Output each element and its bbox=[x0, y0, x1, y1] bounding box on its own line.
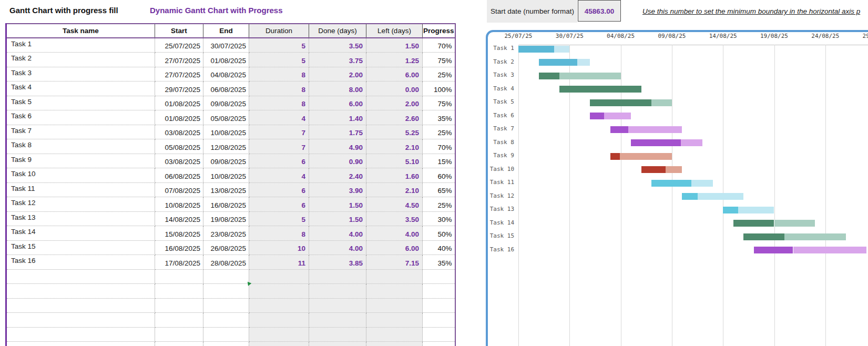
cell-progress[interactable]: 65% bbox=[423, 182, 455, 197]
cell-progress[interactable]: 60% bbox=[423, 168, 455, 183]
cell-left[interactable] bbox=[366, 284, 423, 299]
cell-done[interactable]: 1.40 bbox=[309, 110, 366, 125]
cell-left[interactable]: 1.60 bbox=[366, 168, 423, 183]
cell-task-name[interactable]: Task 6 bbox=[6, 110, 155, 125]
cell-start[interactable]: 03/08/2025 bbox=[155, 154, 203, 168]
cell-done[interactable]: 4.00 bbox=[309, 226, 366, 241]
cell-task-name[interactable]: Task 11 bbox=[6, 182, 155, 197]
cell-left[interactable]: 2.10 bbox=[366, 182, 423, 197]
cell-start[interactable]: 06/08/2025 bbox=[155, 168, 203, 183]
cell-start[interactable] bbox=[155, 342, 203, 346]
cell-left[interactable]: 1.25 bbox=[366, 53, 423, 67]
cell-start[interactable]: 17/08/2025 bbox=[155, 255, 203, 270]
cell-end[interactable]: 06/08/2025 bbox=[203, 82, 249, 96]
header-start[interactable]: Start bbox=[155, 24, 203, 38]
cell-progress[interactable]: 15% bbox=[423, 154, 455, 168]
cell-progress[interactable] bbox=[423, 298, 455, 313]
cell-start[interactable]: 15/08/2025 bbox=[155, 226, 203, 241]
cell-left[interactable]: 5.25 bbox=[366, 125, 423, 139]
cell-end[interactable] bbox=[203, 342, 249, 346]
cell-left[interactable]: 5.10 bbox=[366, 154, 423, 168]
cell-done[interactable]: 2.00 bbox=[309, 67, 366, 82]
cell-done[interactable]: 1.50 bbox=[309, 197, 366, 212]
cell-left[interactable]: 1.50 bbox=[366, 38, 423, 53]
cell-left[interactable]: 7.15 bbox=[366, 255, 423, 270]
cell-start[interactable]: 01/08/2025 bbox=[155, 96, 203, 110]
cell-duration[interactable]: 4 bbox=[249, 168, 309, 183]
cell-start[interactable]: 01/08/2025 bbox=[155, 110, 203, 125]
cell-progress[interactable]: 100% bbox=[423, 82, 455, 96]
cell-left[interactable] bbox=[366, 298, 423, 313]
cell-progress[interactable]: 35% bbox=[423, 255, 455, 270]
cell-duration[interactable] bbox=[249, 284, 309, 299]
cell-progress[interactable]: 25% bbox=[423, 125, 455, 139]
start-date-value-cell[interactable]: 45863.00 bbox=[578, 0, 621, 22]
header-duration[interactable]: Duration bbox=[249, 24, 309, 38]
cell-task-name[interactable]: Task 1 bbox=[6, 38, 155, 53]
cell-duration[interactable]: 6 bbox=[249, 197, 309, 212]
cell-done[interactable] bbox=[309, 269, 366, 284]
cell-task-name[interactable] bbox=[6, 342, 155, 346]
cell-end[interactable]: 12/08/2025 bbox=[203, 139, 249, 154]
header-task-name[interactable]: Task name bbox=[6, 24, 155, 38]
cell-duration[interactable] bbox=[249, 269, 309, 284]
cell-left[interactable]: 3.50 bbox=[366, 211, 423, 226]
cell-left[interactable] bbox=[366, 342, 423, 346]
cell-duration[interactable]: 4 bbox=[249, 110, 309, 125]
cell-start[interactable]: 27/07/2025 bbox=[155, 67, 203, 82]
cell-done[interactable] bbox=[309, 327, 366, 342]
cell-left[interactable] bbox=[366, 269, 423, 284]
cell-progress[interactable]: 70% bbox=[423, 38, 455, 53]
cell-task-name[interactable]: Task 5 bbox=[6, 96, 155, 110]
cell-task-name[interactable]: Task 7 bbox=[6, 125, 155, 139]
cell-progress[interactable]: 30% bbox=[423, 211, 455, 226]
cell-done[interactable] bbox=[309, 298, 366, 313]
cell-done[interactable]: 1.50 bbox=[309, 211, 366, 226]
cell-end[interactable]: 04/08/2025 bbox=[203, 67, 249, 82]
cell-done[interactable] bbox=[309, 284, 366, 299]
cell-task-name[interactable]: Task 4 bbox=[6, 82, 155, 96]
cell-duration[interactable]: 7 bbox=[249, 139, 309, 154]
cell-progress[interactable]: 25% bbox=[423, 67, 455, 82]
cell-left[interactable]: 0.00 bbox=[366, 82, 423, 96]
cell-start[interactable] bbox=[155, 269, 203, 284]
cell-end[interactable]: 28/08/2025 bbox=[203, 255, 249, 270]
cell-left[interactable]: 6.00 bbox=[366, 240, 423, 255]
cell-left[interactable] bbox=[366, 327, 423, 342]
cell-duration[interactable] bbox=[249, 313, 309, 328]
cell-progress[interactable]: 70% bbox=[423, 139, 455, 154]
header-left-days[interactable]: Left (days) bbox=[366, 24, 423, 38]
cell-done[interactable]: 1.75 bbox=[309, 125, 366, 139]
cell-task-name[interactable]: Task 16 bbox=[6, 255, 155, 270]
cell-done[interactable]: 3.90 bbox=[309, 182, 366, 197]
cell-progress[interactable]: 25% bbox=[423, 197, 455, 212]
cell-done[interactable]: 0.90 bbox=[309, 154, 366, 168]
cell-task-name[interactable] bbox=[6, 327, 155, 342]
cell-end[interactable]: 13/08/2025 bbox=[203, 182, 249, 197]
cell-task-name[interactable]: Task 14 bbox=[6, 226, 155, 241]
cell-progress[interactable]: 50% bbox=[423, 226, 455, 241]
cell-start[interactable]: 05/08/2025 bbox=[155, 139, 203, 154]
cell-task-name[interactable] bbox=[6, 269, 155, 284]
cell-progress[interactable] bbox=[423, 342, 455, 346]
cell-start[interactable]: 14/08/2025 bbox=[155, 211, 203, 226]
cell-start[interactable] bbox=[155, 284, 203, 299]
cell-left[interactable] bbox=[366, 313, 423, 328]
cell-end[interactable]: 19/08/2025 bbox=[203, 211, 249, 226]
cell-task-name[interactable] bbox=[6, 298, 155, 313]
cell-done[interactable]: 4.90 bbox=[309, 139, 366, 154]
cell-duration[interactable] bbox=[249, 342, 309, 346]
cell-progress[interactable] bbox=[423, 269, 455, 284]
cell-duration[interactable] bbox=[249, 327, 309, 342]
cell-task-name[interactable]: Task 10 bbox=[6, 168, 155, 183]
cell-start[interactable]: 07/08/2025 bbox=[155, 182, 203, 197]
cell-end[interactable] bbox=[203, 313, 249, 328]
cell-end[interactable]: 16/08/2025 bbox=[203, 197, 249, 212]
cell-progress[interactable]: 35% bbox=[423, 110, 455, 125]
cell-progress[interactable] bbox=[423, 313, 455, 328]
cell-start[interactable] bbox=[155, 298, 203, 313]
cell-end[interactable]: 09/08/2025 bbox=[203, 154, 249, 168]
cell-start[interactable] bbox=[155, 313, 203, 328]
cell-end[interactable]: 01/08/2025 bbox=[203, 53, 249, 67]
cell-duration[interactable]: 10 bbox=[249, 240, 309, 255]
